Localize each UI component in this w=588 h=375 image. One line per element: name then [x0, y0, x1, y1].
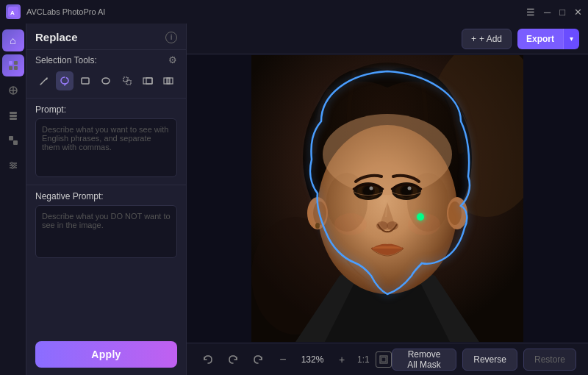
minimize-button[interactable]: ─	[544, 7, 551, 17]
svg-rect-4	[9, 66, 12, 70]
tools-gear-icon[interactable]: ⚙	[168, 54, 177, 65]
sidebar-item-adjust[interactable]	[2, 79, 24, 101]
magic-tool-btn[interactable]	[118, 71, 136, 90]
svg-point-58	[417, 213, 424, 221]
action-buttons: Remove All Mask Reverse Restore	[392, 349, 576, 371]
ellipse-tool-btn[interactable]	[97, 71, 115, 90]
sidebar-item-color[interactable]	[2, 129, 24, 151]
negative-prompt-label: Negative Prompt:	[35, 191, 177, 201]
svg-rect-10	[9, 136, 13, 140]
app-icon: A	[6, 4, 21, 19]
redo1-button[interactable]	[223, 350, 243, 369]
svg-rect-18	[82, 78, 89, 84]
sidebar-item-home[interactable]: ⌂	[2, 29, 24, 51]
canvas-header: + + Add Export ▾	[187, 24, 588, 54]
prompt-section: Prompt:	[26, 100, 186, 183]
panel-header: Replace i	[26, 24, 186, 48]
svg-rect-60	[381, 357, 386, 362]
divider-1	[26, 49, 186, 50]
svg-rect-20	[123, 77, 128, 82]
window-controls: ☰ ─ □ ✕	[526, 7, 582, 17]
app-title: AVCLabs PhotoPro AI	[26, 7, 105, 16]
svg-text:A: A	[10, 10, 15, 16]
menu-button[interactable]: ☰	[526, 7, 535, 17]
svg-point-15	[10, 162, 12, 165]
maximize-button[interactable]: □	[559, 7, 565, 17]
svg-point-57	[408, 213, 440, 235]
svg-point-48	[408, 187, 412, 190]
svg-point-17	[11, 167, 13, 169]
add-button[interactable]: + + Add	[462, 29, 512, 49]
lasso-tool-btn[interactable]	[56, 71, 74, 90]
svg-point-38	[323, 114, 452, 195]
subtract-tool-btn[interactable]	[139, 71, 157, 90]
sidebar-item-settings[interactable]	[2, 154, 24, 176]
selection-tools-label: Selection Tools:	[35, 55, 97, 65]
image-container	[187, 54, 588, 343]
divider-3	[26, 185, 186, 185]
rect-tool-btn[interactable]	[76, 71, 94, 90]
prompt-textarea[interactable]	[35, 118, 177, 177]
svg-rect-7	[10, 112, 17, 114]
portrait-image	[251, 55, 523, 342]
svg-rect-11	[13, 140, 18, 145]
export-dropdown-button[interactable]: ▾	[563, 29, 579, 49]
tool-buttons	[26, 70, 186, 96]
svg-rect-9	[10, 118, 17, 120]
svg-rect-21	[126, 80, 131, 85]
zoom-level-display: 132%	[298, 354, 326, 365]
panel-title: Replace	[35, 31, 78, 43]
svg-rect-29	[167, 78, 170, 84]
sidebar-item-tools[interactable]	[2, 54, 24, 76]
svg-point-19	[102, 78, 110, 84]
export-button-group: Export ▾	[517, 29, 579, 49]
remove-all-mask-button[interactable]: Remove All Mask	[392, 349, 457, 371]
svg-point-55	[448, 201, 462, 225]
info-icon[interactable]: i	[165, 32, 177, 43]
left-panel: Replace i Selection Tools: ⚙	[26, 24, 187, 375]
zoom-in-button[interactable]: +	[332, 350, 351, 369]
svg-rect-8	[10, 115, 17, 117]
fit-to-screen-button[interactable]	[376, 351, 392, 368]
svg-rect-2	[9, 61, 12, 65]
svg-point-43	[370, 187, 373, 190]
main-layout: ⌂	[0, 24, 588, 375]
close-button[interactable]: ✕	[574, 7, 582, 17]
svg-rect-3	[14, 61, 18, 65]
export-button[interactable]: Export	[517, 29, 563, 49]
zoom-controls: − 132% + 1:1	[198, 350, 392, 369]
title-bar-left: A AVCLabs PhotoPro AI	[6, 4, 105, 19]
negative-prompt-textarea[interactable]	[35, 205, 177, 258]
sidebar-item-layers[interactable]	[2, 104, 24, 126]
add-plus-icon: +	[471, 34, 476, 44]
negative-prompt-section: Negative Prompt:	[26, 187, 186, 335]
reverse-button[interactable]: Reverse	[462, 349, 517, 371]
undo-button[interactable]	[198, 350, 218, 369]
svg-rect-23	[146, 78, 152, 84]
prompt-label: Prompt:	[35, 104, 177, 115]
apply-button[interactable]: Apply	[35, 341, 177, 368]
svg-rect-5	[14, 66, 18, 70]
canvas-area: + + Add Export ▾	[187, 24, 588, 375]
redo2-button[interactable]	[248, 350, 268, 369]
tools-row: Selection Tools: ⚙	[26, 51, 186, 70]
svg-point-56	[334, 213, 367, 235]
bottom-toolbar: − 132% + 1:1 Remove All Mask Reverse Res…	[187, 343, 588, 375]
pen-tool-btn[interactable]	[35, 71, 53, 90]
divider-2	[26, 98, 186, 99]
title-bar: A AVCLabs PhotoPro AI ☰ ─ □ ✕	[0, 0, 588, 24]
zoom-ratio-display: 1:1	[357, 354, 370, 365]
portrait-svg	[251, 55, 523, 342]
zoom-out-button[interactable]: −	[273, 350, 293, 369]
restore-button[interactable]: Restore	[523, 349, 576, 371]
svg-point-53	[315, 223, 320, 229]
sidebar-icons: ⌂	[0, 24, 26, 375]
svg-point-16	[13, 165, 15, 167]
intersect-tool-btn[interactable]	[159, 71, 177, 90]
